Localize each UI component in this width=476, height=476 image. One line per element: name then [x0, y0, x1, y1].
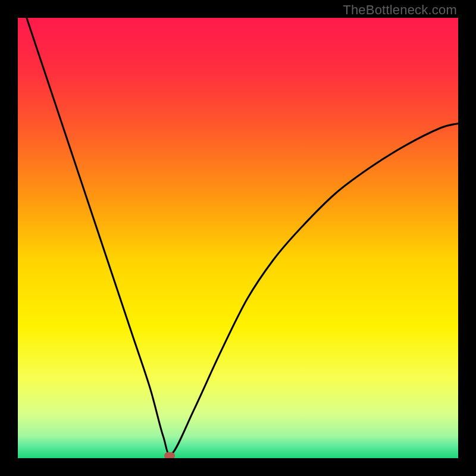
svg-rect-0: [18, 18, 458, 458]
chart-background-gradient: [18, 18, 458, 458]
minimum-marker: [164, 452, 175, 458]
chart-plot-area: [18, 18, 458, 458]
watermark-text: TheBottleneck.com: [343, 2, 457, 18]
